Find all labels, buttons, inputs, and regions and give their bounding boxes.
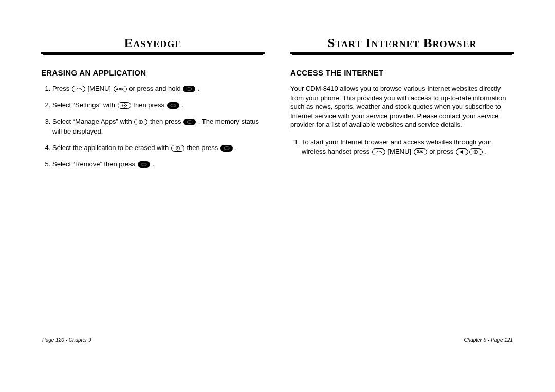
text: . [181, 101, 183, 109]
left-step-1: Press [MENU] 4 ᴏᴋ or press and hold . [52, 84, 265, 94]
left-step-2: Select “Settings” with then press . [52, 101, 265, 110]
svg-point-3 [171, 104, 176, 107]
left-step-5: Select “Remove” then press . [52, 160, 265, 169]
right-intro: Your CDM-8410 allows you to browse vario… [290, 84, 514, 129]
svg-point-8 [177, 147, 178, 148]
manual-spread: Easyedge ERASING AN APPLICATION Press [M… [0, 0, 555, 392]
text: [MENU] [387, 147, 413, 155]
soft-left-key-icon [372, 148, 385, 155]
text: Select “Manage Apps” with [52, 118, 134, 125]
soft-left-key-icon [72, 86, 85, 92]
text: Select “Settings” with [52, 101, 117, 109]
text: or press and hold [129, 85, 182, 92]
right-page-footer: Chapter 9 - Page 121 [464, 337, 513, 343]
text: . [198, 85, 200, 92]
svg-point-10 [141, 163, 146, 166]
text: Select the application to be erased with [52, 144, 171, 152]
text: [MENU] [87, 85, 113, 92]
svg-point-12 [475, 151, 476, 152]
ok-key-icon [183, 119, 196, 125]
text: Press [52, 85, 71, 92]
text: then press [150, 118, 183, 125]
text: . [152, 160, 154, 168]
nav-key-icon [134, 119, 147, 125]
text: Select “Remove” then press [52, 160, 137, 168]
ok-key-icon [183, 86, 195, 92]
svg-point-9 [224, 147, 229, 150]
ok-key-icon [167, 102, 179, 109]
text: . [235, 144, 237, 152]
key-4-icon: 4 ᴏᴋ [114, 86, 127, 92]
left-step-3: Select “Manage Apps” with then press . T… [52, 117, 265, 136]
svg-point-2 [124, 105, 125, 106]
right-page-title: Start Internet Browser [290, 36, 514, 54]
left-page-title: Easyedge [41, 36, 265, 54]
svg-point-0 [187, 88, 192, 91]
text: or press [429, 147, 455, 155]
right-section-heading: ACCESS THE INTERNET [290, 68, 514, 77]
svg-point-6 [187, 121, 192, 124]
ok-key-icon [220, 145, 233, 152]
nav-key-icon [118, 102, 131, 109]
text: then press [187, 144, 219, 152]
key-5-icon: 5ᴊᴋ [414, 148, 427, 155]
nav-key-icon [171, 145, 184, 152]
left-page-footer: Page 120 - Chapter 9 [42, 337, 91, 343]
text: . [485, 147, 487, 155]
left-step-4: Select the application to be erased with… [52, 143, 265, 153]
ok-key-icon [138, 161, 150, 168]
left-section-heading: ERASING AN APPLICATION [41, 68, 265, 77]
left-steps: Press [MENU] 4 ᴏᴋ or press and hold . Se… [41, 84, 265, 176]
svg-point-5 [140, 122, 141, 123]
text: then press [133, 101, 166, 109]
nav-key-icon [469, 148, 483, 155]
left-arrow-key-icon [456, 148, 468, 155]
right-steps: To start your Internet browser and acces… [290, 138, 514, 163]
right-step-1: To start your Internet browser and acces… [302, 138, 514, 156]
